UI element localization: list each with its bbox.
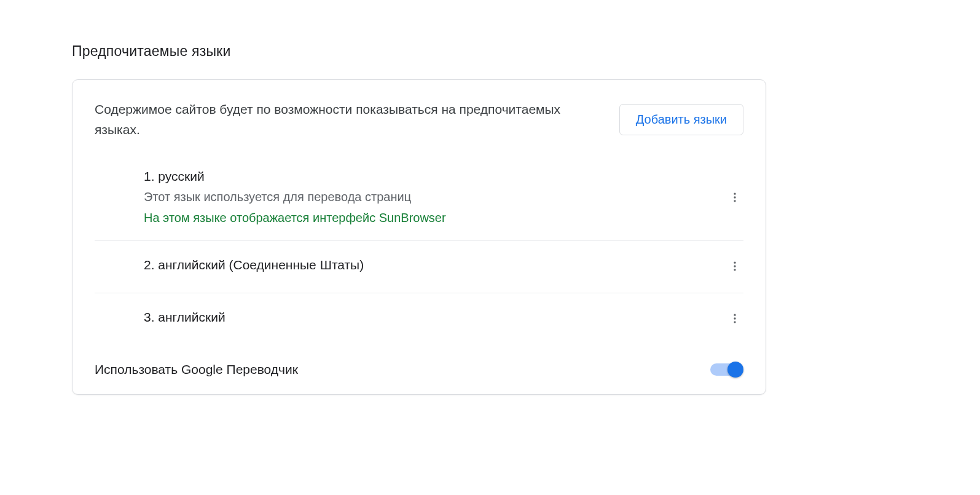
card-description: Содержимое сайтов будет по возможности п… (95, 100, 605, 140)
more-vertical-icon (729, 191, 741, 205)
language-info: 1. русский Этот язык используется для пе… (144, 169, 723, 227)
language-translate-note: Этот язык используется для перевода стра… (144, 188, 723, 206)
more-options-button[interactable] (723, 255, 747, 279)
google-translate-toggle[interactable] (710, 363, 743, 376)
language-name: 1. русский (144, 169, 723, 184)
svg-point-3 (734, 261, 735, 263)
language-interface-note: На этом языке отображается интерфейс Sun… (144, 208, 723, 227)
svg-point-0 (734, 192, 735, 194)
language-name: 2. английский (Соединенные Штаты) (144, 258, 723, 272)
more-vertical-icon (729, 312, 741, 327)
toggle-thumb (727, 362, 743, 378)
language-name: 3. английский (144, 310, 723, 325)
language-info: 3. английский (144, 310, 723, 328)
preferred-languages-card: Содержимое сайтов будет по возможности п… (72, 79, 766, 395)
card-header: Содержимое сайтов будет по возможности п… (73, 80, 766, 156)
svg-point-2 (734, 200, 735, 202)
more-options-button[interactable] (723, 186, 747, 210)
language-list: 1. русский Этот язык используется для пе… (73, 156, 766, 345)
toggle-label: Использовать Google Переводчик (95, 362, 298, 377)
language-item: 1. русский Этот язык используется для пе… (95, 156, 743, 241)
svg-point-5 (734, 269, 735, 271)
more-options-button[interactable] (723, 307, 747, 331)
svg-point-6 (734, 314, 735, 315)
language-info: 2. английский (Соединенные Штаты) (144, 258, 723, 276)
language-item: 2. английский (Соединенные Штаты) (95, 241, 743, 293)
svg-point-1 (734, 196, 735, 198)
section-title: Предпочитаемые языки (72, 43, 766, 60)
svg-point-4 (734, 265, 735, 267)
more-vertical-icon (729, 260, 741, 274)
google-translate-toggle-row: Использовать Google Переводчик (73, 345, 766, 394)
add-languages-button[interactable]: Добавить языки (619, 104, 743, 135)
language-item: 3. английский (95, 293, 743, 345)
svg-point-7 (734, 317, 735, 319)
svg-point-8 (734, 321, 735, 323)
